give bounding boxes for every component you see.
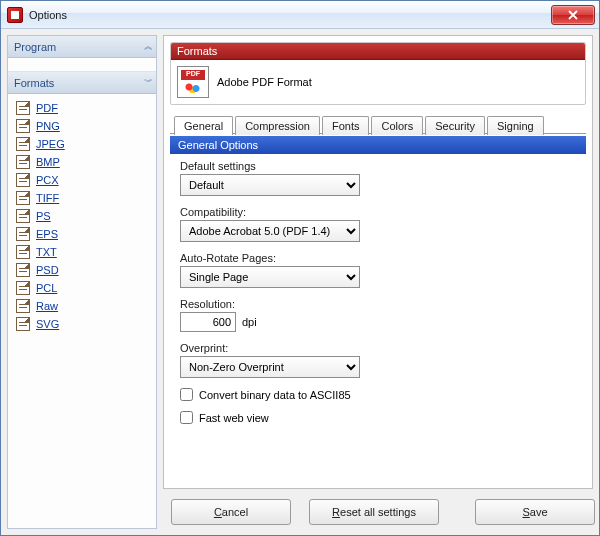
- tab-colors[interactable]: Colors: [371, 116, 423, 135]
- sidebar-item-pdf[interactable]: PDF: [10, 99, 154, 117]
- titlebar[interactable]: Options: [1, 1, 599, 29]
- label-resolution: Resolution:: [180, 298, 576, 310]
- fast-web-label: Fast web view: [199, 412, 269, 424]
- sidebar-group-formats[interactable]: Formats ︾: [8, 72, 156, 94]
- sidebar-item-label: EPS: [36, 228, 58, 240]
- compatibility-select[interactable]: Adobe Acrobat 5.0 (PDF 1.4): [180, 220, 360, 242]
- field-fast-web-view[interactable]: Fast web view: [180, 411, 576, 424]
- save-button[interactable]: Save: [475, 499, 595, 525]
- sidebar-item-label: SVG: [36, 318, 59, 330]
- sidebar-item-label: PSD: [36, 264, 59, 276]
- label-auto-rotate: Auto-Rotate Pages:: [180, 252, 576, 264]
- field-default-settings: Default settings Default: [180, 160, 576, 196]
- sidebar-item-label: TIFF: [36, 192, 59, 204]
- convert-ascii85-label: Convert binary data to ASCII85: [199, 389, 351, 401]
- sidebar-item-label: PNG: [36, 120, 60, 132]
- sidebar-item-svg[interactable]: SVG: [10, 315, 154, 333]
- main-panel: Formats Adobe PDF Format General Compres…: [163, 35, 593, 529]
- resolution-unit: dpi: [242, 316, 257, 328]
- sidebar: Program ︽ Formats ︾ PDF PNG JPEG BMP PCX…: [7, 35, 157, 529]
- file-icon: [16, 317, 30, 331]
- sidebar-item-label: PCL: [36, 282, 57, 294]
- sidebar-item-eps[interactable]: EPS: [10, 225, 154, 243]
- sidebar-item-ps[interactable]: PS: [10, 207, 154, 225]
- sidebar-item-label: PDF: [36, 102, 58, 114]
- sidebar-item-raw[interactable]: Raw: [10, 297, 154, 315]
- file-icon: [16, 263, 30, 277]
- close-icon: [568, 10, 578, 20]
- field-convert-ascii85[interactable]: Convert binary data to ASCII85: [180, 388, 576, 401]
- label-overprint: Overprint:: [180, 342, 576, 354]
- format-header-group: Formats Adobe PDF Format: [170, 42, 586, 105]
- section-title: General Options: [170, 136, 586, 154]
- tab-label: General: [184, 120, 223, 132]
- general-options-form: Default settings Default Compatibility: …: [170, 154, 586, 428]
- file-icon: [16, 245, 30, 259]
- sidebar-item-label: PS: [36, 210, 51, 222]
- file-icon: [16, 119, 30, 133]
- cancel-button[interactable]: Cancel: [171, 499, 291, 525]
- reset-all-button[interactable]: Reset all settings: [309, 499, 439, 525]
- sidebar-item-bmp[interactable]: BMP: [10, 153, 154, 171]
- sidebar-format-list: PDF PNG JPEG BMP PCX TIFF PS EPS TXT PSD…: [8, 94, 156, 528]
- file-icon: [16, 281, 30, 295]
- window-title: Options: [29, 9, 67, 21]
- sidebar-item-jpeg[interactable]: JPEG: [10, 135, 154, 153]
- file-icon: [16, 137, 30, 151]
- tab-security[interactable]: Security: [425, 116, 485, 135]
- sidebar-item-label: TXT: [36, 246, 57, 258]
- file-icon: [16, 155, 30, 169]
- sidebar-item-txt[interactable]: TXT: [10, 243, 154, 261]
- tab-label: Colors: [381, 120, 413, 132]
- sidebar-item-label: Raw: [36, 300, 58, 312]
- pdf-format-icon: [177, 66, 209, 98]
- tab-label: Signing: [497, 120, 534, 132]
- tab-signing[interactable]: Signing: [487, 116, 544, 135]
- tab-label: Security: [435, 120, 475, 132]
- sidebar-group-label: Program: [14, 41, 56, 53]
- tab-label: Fonts: [332, 120, 360, 132]
- file-icon: [16, 173, 30, 187]
- sidebar-item-tiff[interactable]: TIFF: [10, 189, 154, 207]
- sidebar-group-label: Formats: [14, 77, 54, 89]
- format-name: Adobe PDF Format: [217, 76, 312, 88]
- chevron-expand-icon: ︾: [144, 76, 150, 89]
- sidebar-item-label: JPEG: [36, 138, 65, 150]
- resolution-input[interactable]: [180, 312, 236, 332]
- sidebar-item-label: PCX: [36, 174, 59, 186]
- field-resolution: Resolution: dpi: [180, 298, 576, 332]
- app-icon: [7, 7, 23, 23]
- tab-compression[interactable]: Compression: [235, 116, 320, 135]
- options-window: Options Program ︽ Formats ︾ PDF PNG JPEG…: [0, 0, 600, 536]
- field-overprint: Overprint: Non-Zero Overprint: [180, 342, 576, 378]
- close-button[interactable]: [551, 5, 595, 25]
- dialog-footer: Cancel Reset all settings Save: [163, 489, 593, 529]
- sidebar-item-pcx[interactable]: PCX: [10, 171, 154, 189]
- file-icon: [16, 227, 30, 241]
- sidebar-group-program[interactable]: Program ︽: [8, 36, 156, 58]
- fast-web-checkbox[interactable]: [180, 411, 193, 424]
- tab-fonts[interactable]: Fonts: [322, 116, 370, 135]
- label-default-settings: Default settings: [180, 160, 576, 172]
- sidebar-item-psd[interactable]: PSD: [10, 261, 154, 279]
- file-icon: [16, 299, 30, 313]
- file-icon: [16, 191, 30, 205]
- sidebar-item-pcl[interactable]: PCL: [10, 279, 154, 297]
- file-icon: [16, 101, 30, 115]
- overprint-select[interactable]: Non-Zero Overprint: [180, 356, 360, 378]
- field-auto-rotate: Auto-Rotate Pages: Single Page: [180, 252, 576, 288]
- tab-general[interactable]: General: [174, 116, 233, 135]
- field-compatibility: Compatibility: Adobe Acrobat 5.0 (PDF 1.…: [180, 206, 576, 242]
- default-settings-select[interactable]: Default: [180, 174, 360, 196]
- sidebar-item-png[interactable]: PNG: [10, 117, 154, 135]
- group-title: Formats: [177, 45, 217, 57]
- sidebar-item-label: BMP: [36, 156, 60, 168]
- file-icon: [16, 209, 30, 223]
- tab-label: Compression: [245, 120, 310, 132]
- auto-rotate-select[interactable]: Single Page: [180, 266, 360, 288]
- chevron-collapse-icon: ︽: [144, 40, 150, 53]
- tab-strip: General Compression Fonts Colors Securit…: [170, 115, 586, 134]
- convert-ascii85-checkbox[interactable]: [180, 388, 193, 401]
- label-compatibility: Compatibility:: [180, 206, 576, 218]
